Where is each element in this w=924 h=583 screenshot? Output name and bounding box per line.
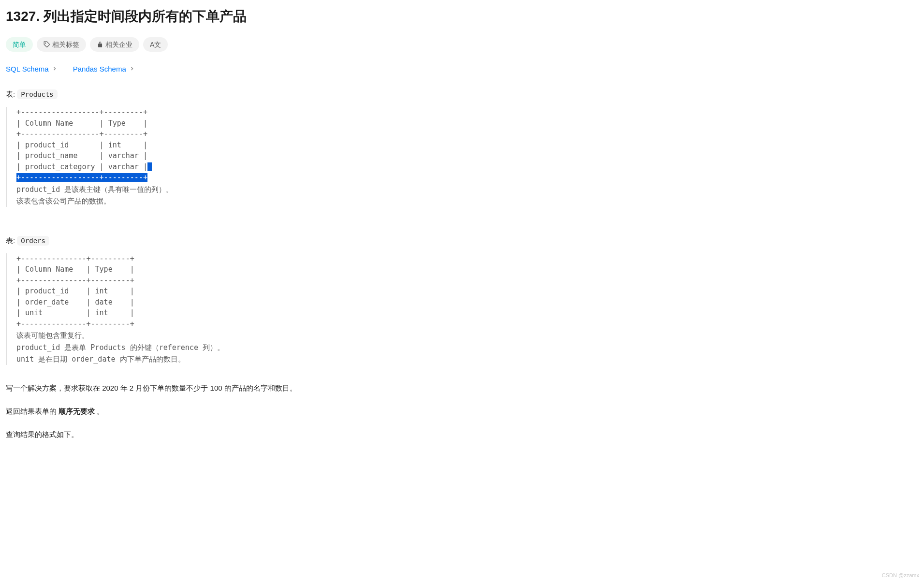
svg-point-0 [45, 43, 46, 43]
problem-title: 1327. 列出指定时间段内所有的下单产品 [6, 6, 918, 28]
lang-chip[interactable]: A文 [143, 37, 168, 52]
tags-chip[interactable]: 相关标签 [37, 37, 86, 52]
orders-desc-2: product_id 是表单 Products 的外键（reference 列）… [16, 342, 918, 353]
tags-label: 相关标签 [52, 39, 79, 50]
result-order-bold: 顺序无要求 [59, 407, 95, 415]
result-order-note: 返回结果表单的 顺序无要求 。 [6, 406, 918, 417]
chevron-right-icon [129, 63, 135, 75]
companies-chip[interactable]: 相关企业 [90, 37, 139, 52]
sql-schema-label: SQL Schema [6, 63, 49, 75]
products-schema-pre: +------------------+---------+ | Column … [16, 107, 918, 183]
products-schema-block: +------------------+---------+ | Column … [6, 107, 918, 207]
tag-icon [44, 41, 50, 48]
orders-schema-block: +---------------+---------+ | Column Nam… [6, 253, 918, 365]
chevron-right-icon [52, 63, 58, 75]
schema-links: SQL Schema Pandas Schema [6, 63, 918, 75]
products-desc-2: 该表包含该公司产品的数据。 [16, 196, 918, 207]
problem-name: 列出指定时间段内所有的下单产品 [44, 9, 247, 24]
table-prefix: 表: [6, 90, 15, 98]
orders-schema-pre: +---------------+---------+ | Column Nam… [16, 253, 918, 330]
selection-trail [147, 162, 152, 171]
orders-table-label: 表: Orders [6, 235, 918, 247]
result-order-prefix: 返回结果表单的 [6, 407, 59, 415]
products-table-name: Products [17, 89, 57, 99]
pandas-schema-link[interactable]: Pandas Schema [73, 63, 135, 75]
sql-schema-link[interactable]: SQL Schema [6, 63, 58, 75]
orders-desc-3: unit 是在日期 order_date 内下单产品的数目。 [16, 354, 918, 365]
result-order-suffix: 。 [95, 407, 104, 415]
problem-number: 1327. [6, 9, 40, 24]
format-note: 查询结果的格式如下。 [6, 429, 918, 440]
problem-prompt: 写一个解决方案，要求获取在 2020 年 2 月份下单的数量不少于 100 的产… [6, 382, 918, 394]
pandas-schema-label: Pandas Schema [73, 63, 126, 75]
selection-divider: +------------------+---------+ [16, 173, 147, 182]
orders-desc-1: 该表可能包含重复行。 [16, 330, 918, 341]
difficulty-chip[interactable]: 简单 [6, 37, 33, 52]
products-desc-1: product_id 是该表主键（具有唯一值的列）。 [16, 184, 918, 195]
table-prefix: 表: [6, 236, 15, 245]
companies-label: 相关企业 [105, 39, 132, 50]
chips-row: 简单 相关标签 相关企业 A文 [6, 37, 918, 52]
products-schema-text: +------------------+---------+ | Column … [16, 108, 147, 171]
lock-icon [97, 41, 103, 48]
orders-table-name: Orders [17, 236, 49, 246]
products-table-label: 表: Products [6, 88, 918, 100]
